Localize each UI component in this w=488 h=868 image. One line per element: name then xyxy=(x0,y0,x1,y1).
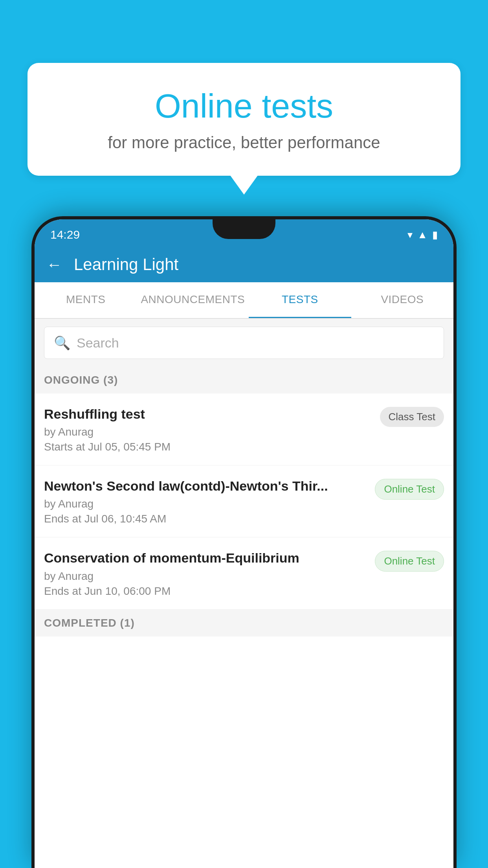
test-item[interactable]: Reshuffling test by Anurag Starts at Jul… xyxy=(35,394,453,465)
app-title: Learning Light xyxy=(74,255,178,274)
test-badge-3: Online Test xyxy=(375,551,444,572)
tab-videos[interactable]: VIDEOS xyxy=(351,282,453,318)
tabs-container: MENTS ANNOUNCEMENTS TESTS VIDEOS xyxy=(35,282,453,319)
test-item[interactable]: Conservation of momentum-Equilibrium by … xyxy=(35,537,453,609)
speech-bubble-subtitle: for more practice, better performance xyxy=(59,133,429,152)
phone-frame: 14:29 ▾ ▲ ▮ ← Learning Light MENTS ANNOU… xyxy=(31,216,457,868)
status-icons: ▾ ▲ ▮ xyxy=(407,229,438,241)
search-bar[interactable]: 🔍 Search xyxy=(44,327,444,359)
test-by-1: by Anurag xyxy=(44,426,372,438)
speech-bubble-title: Online tests xyxy=(59,86,429,125)
signal-icon: ▲ xyxy=(417,229,427,241)
test-list: Reshuffling test by Anurag Starts at Jul… xyxy=(35,394,453,610)
test-by-2: by Anurag xyxy=(44,498,367,510)
phone-inner: 14:29 ▾ ▲ ▮ ← Learning Light MENTS ANNOU… xyxy=(35,219,453,868)
test-item[interactable]: Newton's Second law(contd)-Newton's Thir… xyxy=(35,465,453,537)
search-icon: 🔍 xyxy=(54,335,70,351)
battery-icon: ▮ xyxy=(432,229,438,241)
test-badge-2: Online Test xyxy=(375,479,444,500)
test-badge-1: Class Test xyxy=(380,407,444,427)
test-name-2: Newton's Second law(contd)-Newton's Thir… xyxy=(44,477,367,495)
speech-bubble-container: Online tests for more practice, better p… xyxy=(28,63,460,195)
test-date-3: Ends at Jun 10, 06:00 PM xyxy=(44,585,367,598)
test-info-3: Conservation of momentum-Equilibrium by … xyxy=(44,549,375,597)
speech-bubble: Online tests for more practice, better p… xyxy=(28,63,460,176)
test-date-1: Starts at Jul 05, 05:45 PM xyxy=(44,441,372,453)
tab-announcements[interactable]: ANNOUNCEMENTS xyxy=(137,282,249,318)
test-date-2: Ends at Jul 06, 10:45 AM xyxy=(44,513,367,525)
search-container: 🔍 Search xyxy=(35,319,453,367)
test-info-2: Newton's Second law(contd)-Newton's Thir… xyxy=(44,477,375,525)
tab-tests[interactable]: TESTS xyxy=(249,282,351,318)
ongoing-section-header: ONGOING (3) xyxy=(35,367,453,394)
back-button[interactable]: ← xyxy=(46,256,62,274)
completed-section-header: COMPLETED (1) xyxy=(35,610,453,636)
test-by-3: by Anurag xyxy=(44,570,367,583)
search-placeholder: Search xyxy=(77,335,119,351)
phone-notch xyxy=(213,219,275,239)
speech-bubble-arrow xyxy=(230,175,258,195)
test-info-1: Reshuffling test by Anurag Starts at Jul… xyxy=(44,405,380,453)
status-time: 14:29 xyxy=(50,228,80,241)
tab-ments[interactable]: MENTS xyxy=(35,282,137,318)
test-name-3: Conservation of momentum-Equilibrium xyxy=(44,549,367,566)
wifi-icon: ▾ xyxy=(407,229,413,241)
app-header: ← Learning Light xyxy=(35,247,453,282)
test-name-1: Reshuffling test xyxy=(44,405,372,423)
